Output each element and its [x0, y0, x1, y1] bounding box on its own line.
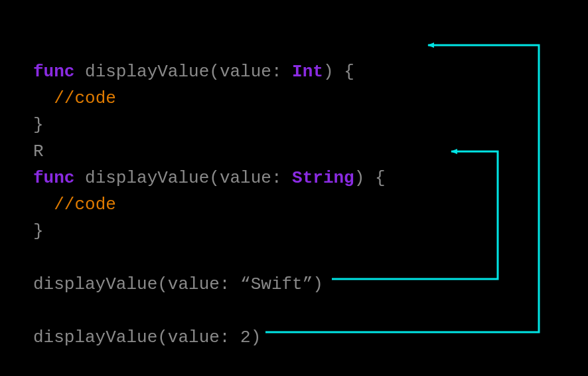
- indent: [33, 88, 54, 108]
- call-name: displayValue: [33, 328, 157, 347]
- colon: :: [220, 274, 240, 294]
- arg-int: 2: [240, 328, 251, 347]
- brace-close: }: [33, 115, 44, 135]
- comment: //code: [54, 195, 116, 215]
- paren-open: (: [157, 328, 168, 347]
- code-block: func displayValue(value: Int) { //code }…: [33, 32, 386, 376]
- colon: :: [220, 328, 240, 347]
- type-int: Int: [292, 62, 323, 82]
- arg-label: value: [168, 328, 220, 347]
- param-label: value: [220, 62, 271, 82]
- colon: :: [271, 168, 292, 188]
- func-name: displayValue: [74, 168, 209, 188]
- keyword-func: func: [33, 168, 74, 188]
- call-name: displayValue: [33, 274, 157, 294]
- paren-close-brace: ) {: [354, 168, 386, 188]
- paren-close-brace: ) {: [323, 62, 354, 82]
- stray-text: R: [33, 141, 44, 161]
- arg-string: “Swift”: [240, 274, 313, 294]
- type-string: String: [292, 168, 354, 188]
- brace-close: }: [33, 221, 44, 241]
- func-name: displayValue: [74, 62, 209, 82]
- paren-close: ): [251, 328, 261, 347]
- paren-open: (: [157, 274, 168, 294]
- paren-open: (: [209, 62, 220, 82]
- arg-label: value: [168, 274, 220, 294]
- param-label: value: [220, 168, 271, 188]
- paren-close: ): [313, 274, 323, 294]
- colon: :: [271, 62, 292, 82]
- paren-open: (: [209, 168, 220, 188]
- indent: [33, 195, 54, 215]
- comment: //code: [54, 88, 116, 108]
- keyword-func: func: [33, 62, 74, 82]
- code-diagram: func displayValue(value: Int) { //code }…: [0, 0, 588, 376]
